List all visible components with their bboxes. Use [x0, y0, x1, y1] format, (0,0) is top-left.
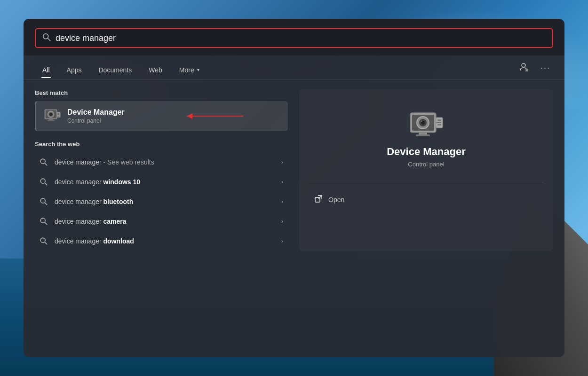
svg-text:⊞: ⊞ [525, 69, 528, 71]
svg-line-25 [45, 242, 47, 244]
tab-apps[interactable]: Apps [59, 63, 89, 78]
svg-point-20 [40, 198, 45, 203]
tab-web[interactable]: Web [141, 63, 170, 78]
chevron-right-icon-5: › [281, 238, 283, 244]
svg-point-18 [40, 179, 45, 183]
right-panel-subtitle: Control panel [408, 161, 444, 168]
search-icon-5 [40, 237, 48, 245]
right-panel: Device Manager Control panel Open [299, 89, 553, 251]
search-input[interactable] [56, 33, 546, 43]
svg-rect-15 [57, 116, 59, 117]
svg-point-24 [40, 238, 45, 243]
svg-rect-35 [437, 119, 441, 121]
best-match-item[interactable]: Device Manager Control panel [35, 101, 288, 131]
device-manager-icon [43, 107, 62, 125]
web-search-item-4[interactable]: device manager camera › [35, 212, 288, 231]
right-panel-actions: Open [309, 190, 544, 210]
tab-all[interactable]: All [35, 63, 57, 78]
svg-rect-11 [48, 120, 55, 121]
svg-rect-33 [416, 134, 430, 136]
web-search-text-1: device manager - See web results [55, 158, 275, 166]
tab-more[interactable]: More ▾ [172, 63, 207, 78]
svg-rect-13 [57, 113, 59, 114]
web-search-text-2: device manager windows 10 [55, 178, 275, 186]
chevron-right-icon-3: › [281, 198, 283, 205]
more-options-icon[interactable]: ··· [538, 61, 553, 75]
svg-line-19 [45, 183, 47, 185]
search-panel: All Apps Documents Web More ▾ ⊞ [24, 19, 564, 357]
tab-documents[interactable]: Documents [91, 63, 139, 78]
chevron-right-icon-2: › [281, 179, 283, 185]
web-search-item-1[interactable]: device manager - See web results › [35, 152, 288, 172]
chevron-down-icon: ▾ [197, 67, 199, 72]
chevron-right-icon-4: › [281, 218, 283, 225]
external-link-icon [314, 195, 323, 205]
best-match-subtitle: Control panel [67, 118, 281, 124]
search-bar[interactable] [35, 28, 553, 48]
action-open-label: Open [328, 196, 344, 204]
svg-point-9 [50, 113, 52, 115]
right-panel-divider [309, 182, 544, 182]
account-icon[interactable]: ⊞ [516, 60, 531, 76]
main-content: Best match [24, 80, 564, 260]
tabs-right-controls: ⊞ ··· [516, 60, 553, 79]
search-icon-3 [40, 197, 48, 206]
svg-point-31 [421, 121, 422, 122]
svg-line-23 [45, 222, 47, 225]
search-bar-icon [42, 33, 51, 43]
web-search-item-3[interactable]: device manager bluetooth › [35, 192, 288, 212]
svg-point-0 [43, 34, 48, 39]
web-search-text-4: device manager camera [55, 218, 275, 225]
best-match-title: Device Manager [67, 108, 281, 117]
action-open[interactable]: Open [309, 190, 544, 210]
web-search-item-5[interactable]: device manager download › [35, 231, 288, 251]
right-panel-app-icon [407, 108, 445, 146]
svg-rect-14 [57, 114, 59, 115]
web-search-text-5: device manager download [55, 237, 275, 245]
svg-point-2 [522, 63, 525, 67]
web-search-item-2[interactable]: device manager windows 10 › [35, 172, 288, 192]
search-bar-container [24, 19, 564, 55]
search-icon-1 [40, 158, 48, 166]
best-match-text-block: Device Manager Control panel [67, 108, 281, 124]
web-search-text-3: device manager bluetooth [55, 198, 275, 205]
search-icon-2 [40, 178, 48, 186]
web-section-label: Search the web [35, 141, 288, 148]
svg-line-21 [45, 203, 47, 205]
svg-point-22 [40, 218, 45, 223]
svg-line-1 [48, 39, 50, 41]
svg-point-16 [40, 159, 45, 164]
right-panel-title: Device Manager [387, 146, 466, 158]
chevron-right-icon-1: › [281, 159, 283, 165]
left-panel: Best match [35, 89, 288, 251]
best-match-label: Best match [35, 89, 288, 96]
svg-rect-37 [437, 124, 441, 125]
tabs-row: All Apps Documents Web More ▾ ⊞ [24, 55, 564, 80]
svg-line-17 [45, 163, 47, 165]
search-icon-4 [40, 217, 48, 226]
